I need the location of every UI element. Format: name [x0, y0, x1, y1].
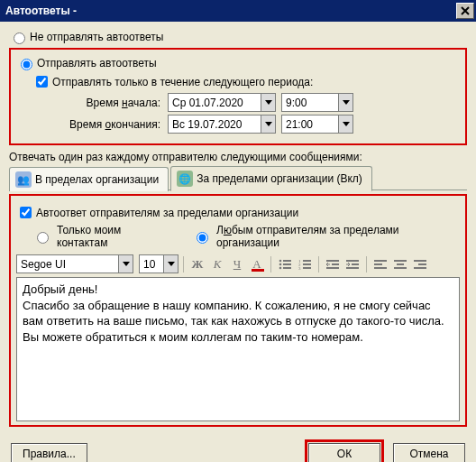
window-title: Автоответы -: [5, 5, 77, 17]
svg-text:3: 3: [298, 266, 301, 270]
toolbar-separator: [270, 256, 271, 273]
font-size-combo[interactable]: 10: [139, 254, 178, 273]
start-label-u: н: [122, 97, 128, 109]
start-time-combo[interactable]: 9:00: [281, 93, 353, 112]
titlebar: Автоответы -: [0, 0, 476, 22]
ok-button[interactable]: ОК: [308, 443, 380, 462]
radio-dont-send-input[interactable]: [14, 32, 25, 44]
bold-button[interactable]: Ж: [188, 255, 206, 273]
align-center-icon[interactable]: [391, 255, 409, 273]
tab-inside-label: В пределах организации: [35, 173, 159, 186]
checkbox-period[interactable]: Отправлять только в течение следующего п…: [32, 73, 460, 90]
svg-rect-8: [303, 267, 311, 269]
svg-rect-16: [352, 263, 359, 265]
checkbox-auto-outside-label: Автоответ отправителям за пределами орга…: [36, 207, 298, 219]
align-left-icon[interactable]: [371, 255, 389, 273]
number-list-icon[interactable]: 123: [296, 255, 314, 273]
svg-rect-26: [414, 267, 426, 269]
svg-rect-1: [283, 260, 291, 262]
users-icon: 👥: [15, 171, 32, 188]
radio-any-sender-input[interactable]: [197, 232, 208, 244]
any-u: ю: [224, 224, 232, 236]
cancel-button[interactable]: Отмена: [393, 443, 465, 462]
ok-button-label: ОК: [337, 448, 352, 460]
start-time-value: 9:00: [286, 97, 307, 109]
svg-rect-14: [326, 267, 339, 269]
dialog-body: Не отправлять автоответы Отправлять авто…: [0, 22, 476, 434]
svg-rect-17: [346, 267, 359, 269]
align-right-icon[interactable]: [411, 255, 429, 273]
svg-rect-25: [418, 263, 426, 265]
svg-rect-20: [374, 267, 387, 269]
color-swatch-icon: [252, 269, 264, 272]
end-time-value: 21:00: [286, 118, 313, 131]
svg-rect-22: [397, 263, 404, 265]
start-label-post: ачала:: [128, 97, 160, 109]
end-label-post: кончания:: [111, 118, 160, 131]
svg-rect-3: [283, 263, 291, 265]
end-label-pre: Время: [69, 118, 105, 131]
svg-rect-21: [394, 260, 407, 262]
radio-send-input[interactable]: [21, 59, 32, 70]
highlight-send-section: Отправлять автоответы Отправлять только …: [9, 48, 467, 145]
cancel-button-label: Отмена: [409, 448, 448, 460]
svg-point-2: [279, 263, 282, 265]
close-icon[interactable]: [456, 3, 474, 19]
svg-rect-18: [374, 260, 387, 262]
chevron-down-icon[interactable]: [261, 94, 275, 111]
tab-outside-label: За пределами организации (Вкл): [197, 172, 362, 185]
dialog-footer: Правила... ОК Отмена: [0, 434, 476, 462]
svg-rect-24: [414, 260, 426, 262]
radio-dont-send[interactable]: Не отправлять автоответы: [9, 30, 467, 44]
indent-icon[interactable]: [343, 255, 362, 273]
radio-send-label: Отправлять автоответы: [37, 57, 157, 69]
bullet-list-icon[interactable]: [276, 255, 294, 273]
rules-button[interactable]: Правила...: [11, 443, 87, 462]
row-end-time: Время окончания: Вс 19.07.2020 21:00: [50, 115, 460, 134]
svg-rect-19: [374, 263, 382, 265]
reply-each-label: Отвечать один раз каждому отправителю сл…: [9, 151, 467, 163]
tab-outside-org[interactable]: 🌐 За пределами организации (Вкл): [170, 166, 372, 191]
start-label-pre: Время: [87, 97, 122, 109]
radio-only-contacts-input[interactable]: [37, 232, 49, 244]
svg-rect-13: [332, 263, 339, 265]
chevron-down-icon[interactable]: [338, 116, 352, 133]
globe-icon: 🌐: [177, 171, 193, 187]
underline-button[interactable]: Ч: [228, 255, 246, 273]
toolbar-separator: [366, 256, 367, 273]
checkbox-period-input[interactable]: [36, 76, 48, 88]
svg-point-4: [279, 266, 282, 269]
end-date-combo[interactable]: Вс 19.07.2020: [168, 115, 276, 134]
svg-rect-12: [326, 260, 339, 262]
checkbox-auto-outside[interactable]: Автоответ отправителям за пределами орга…: [16, 204, 460, 221]
chevron-down-icon[interactable]: [118, 255, 133, 273]
font-family-combo[interactable]: Segoe UI: [16, 254, 133, 273]
checkbox-auto-outside-input[interactable]: [20, 207, 32, 218]
tab-inside-org[interactable]: 👥 В пределах организации: [9, 167, 169, 191]
font-family-value: Segoe UI: [21, 258, 66, 271]
start-date-combo[interactable]: Ср 01.07.2020: [168, 93, 276, 112]
message-editor[interactable]: Добрый день! Спасибо за обращение в нашу…: [16, 277, 460, 421]
chevron-down-icon[interactable]: [338, 94, 352, 111]
rules-button-label: Правила...: [23, 448, 76, 460]
radio-send[interactable]: Отправлять автоответы: [16, 56, 460, 70]
svg-point-0: [279, 259, 282, 262]
italic-button[interactable]: К: [208, 255, 226, 273]
row-start-time: Время начала: Ср 01.07.2020 9:00: [50, 93, 460, 112]
end-date-value: Вс 19.07.2020: [172, 118, 242, 131]
tabs: 👥 В пределах организации 🌐 За пределами …: [9, 165, 467, 190]
outdent-icon[interactable]: [324, 255, 342, 273]
radio-any-sender-label: Любым отправителям за пределами организа…: [216, 224, 460, 249]
chevron-down-icon[interactable]: [261, 116, 275, 133]
font-color-button[interactable]: А: [248, 255, 266, 273]
any-post: бым отправителям за пределами организаци…: [216, 224, 399, 249]
start-label: Время начала:: [50, 97, 168, 109]
editor-line-1: Добрый день!: [23, 282, 453, 298]
chevron-down-icon[interactable]: [163, 255, 178, 273]
toolbar-separator: [183, 256, 184, 273]
start-date-value: Ср 01.07.2020: [172, 97, 243, 109]
radio-dont-send-label: Не отправлять автоответы: [30, 31, 163, 43]
end-label: Время окончания:: [50, 118, 168, 131]
end-time-combo[interactable]: 21:00: [281, 115, 353, 134]
svg-rect-23: [394, 267, 407, 269]
